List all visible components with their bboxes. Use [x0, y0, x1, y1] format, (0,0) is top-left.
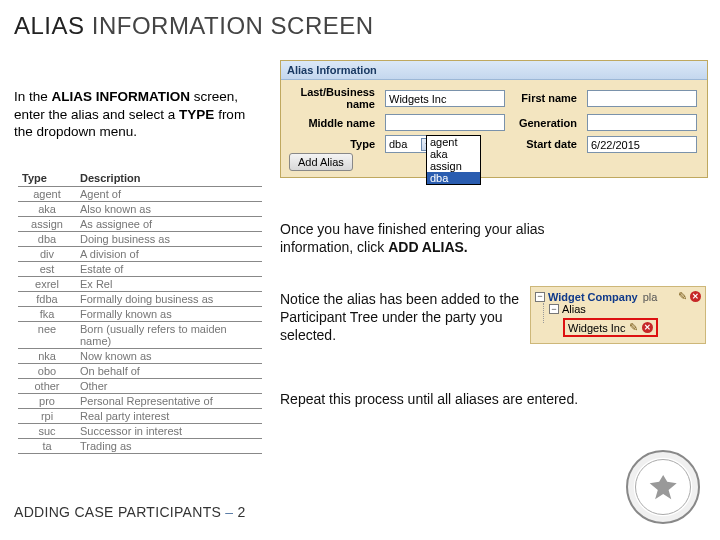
table-row: exrelEx Rel	[18, 277, 262, 292]
table-row: otherOther	[18, 379, 262, 394]
paragraph-add-alias: Once you have finished entering your ali…	[280, 220, 590, 256]
court-seal-icon	[626, 450, 700, 524]
table-row: dbaDoing business as	[18, 232, 262, 247]
tree-leaf[interactable]: Widgets Inc ✎ ✕	[535, 318, 701, 337]
title-thin: INFORMATION SCREEN	[92, 12, 374, 39]
th-desc: Description	[76, 170, 262, 186]
cell-desc: Formally known as	[76, 307, 262, 321]
cell-desc: Agent of	[76, 187, 262, 201]
dropdown-opt-1[interactable]: aka	[427, 148, 480, 160]
tree-alias-group[interactable]: − Alias	[535, 303, 701, 315]
input-start[interactable]: 6/22/2015	[587, 136, 697, 153]
label-start: Start date	[511, 138, 581, 150]
alias-info-panel: Alias Information Last/Business name Wid…	[280, 60, 708, 178]
cell-type: fdba	[18, 292, 76, 306]
cell-desc: Also known as	[76, 202, 262, 216]
label-last: Last/Business name	[289, 86, 379, 110]
intro-bold-2: TYPE	[179, 107, 214, 122]
table-row: neeBorn (usually refers to maiden name)	[18, 322, 262, 349]
input-last[interactable]: Widgets Inc	[385, 90, 505, 107]
cell-type: est	[18, 262, 76, 276]
cell-desc: Estate of	[76, 262, 262, 276]
edit-icon[interactable]: ✎	[629, 321, 638, 334]
title-bold: ALIAS	[14, 12, 85, 39]
paragraph-repeat: Repeat this process until all aliases ar…	[280, 390, 680, 408]
table-row: sucSuccessor in interest	[18, 424, 262, 439]
cell-type: obo	[18, 364, 76, 378]
cell-type: fka	[18, 307, 76, 321]
table-row: taTrading as	[18, 439, 262, 454]
table-row: akaAlso known as	[18, 202, 262, 217]
cell-type: aka	[18, 202, 76, 216]
p1-bold: ADD ALIAS.	[388, 239, 468, 255]
tree-leaf-label: Widgets Inc	[568, 322, 625, 334]
panel-header: Alias Information	[281, 61, 707, 80]
type-reference-table: Type Description agentAgent ofakaAlso kn…	[18, 170, 262, 454]
table-row: fdbaFormally doing business as	[18, 292, 262, 307]
input-first[interactable]	[587, 90, 697, 107]
cell-type: div	[18, 247, 76, 261]
cell-type: dba	[18, 232, 76, 246]
dropdown-opt-0[interactable]: agent	[427, 136, 480, 148]
cell-desc: Ex Rel	[76, 277, 262, 291]
table-row: nkaNow known as	[18, 349, 262, 364]
cell-desc: Trading as	[76, 439, 262, 453]
delete-icon[interactable]: ✕	[690, 291, 701, 302]
table-row: assignAs assignee of	[18, 217, 262, 232]
input-middle[interactable]	[385, 114, 505, 131]
th-type: Type	[18, 170, 76, 186]
table-row: proPersonal Representative of	[18, 394, 262, 409]
footer: ADDING CASE PARTICIPANTS – 2	[14, 504, 246, 520]
intro-bold-1: ALIAS INFORMATION	[52, 89, 191, 104]
paragraph-tree: Notice the alias has been added to the P…	[280, 290, 520, 345]
tree-root-suffix: pla	[643, 291, 658, 303]
type-selected-value: dba	[389, 138, 407, 150]
cell-desc: Born (usually refers to maiden name)	[76, 322, 262, 348]
table-row: estEstate of	[18, 262, 262, 277]
tree-root[interactable]: − Widget Company pla ✎ ✕	[535, 290, 701, 303]
cell-desc: Other	[76, 379, 262, 393]
cell-type: exrel	[18, 277, 76, 291]
intro-paragraph: In the ALIAS INFORMATION screen, enter t…	[14, 88, 264, 141]
collapse-icon[interactable]: −	[535, 292, 545, 302]
eagle-icon	[647, 471, 679, 503]
cell-desc: As assignee of	[76, 217, 262, 231]
cell-type: rpi	[18, 409, 76, 423]
cell-desc: Successor in interest	[76, 424, 262, 438]
label-type: Type	[289, 138, 379, 150]
edit-icon[interactable]: ✎	[678, 290, 687, 303]
cell-type: agent	[18, 187, 76, 201]
dropdown-opt-3[interactable]: dba	[427, 172, 480, 184]
tree-alias-label: Alias	[562, 303, 586, 315]
cell-desc: Now known as	[76, 349, 262, 363]
dropdown-opt-2[interactable]: assign	[427, 160, 480, 172]
cell-type: other	[18, 379, 76, 393]
cell-desc: Doing business as	[76, 232, 262, 246]
label-generation: Generation	[511, 117, 581, 129]
table-row: oboOn behalf of	[18, 364, 262, 379]
table-row: fkaFormally known as	[18, 307, 262, 322]
tree-root-label: Widget Company	[548, 291, 638, 303]
collapse-icon[interactable]: −	[549, 304, 559, 314]
cell-type: nka	[18, 349, 76, 363]
cell-type: ta	[18, 439, 76, 453]
cell-type: nee	[18, 322, 76, 348]
cell-type: suc	[18, 424, 76, 438]
add-alias-button[interactable]: Add Alias	[289, 153, 353, 171]
table-header: Type Description	[18, 170, 262, 187]
intro-text: In the	[14, 89, 52, 104]
type-dropdown[interactable]: agent aka assign dba	[426, 135, 481, 185]
table-row: rpiReal party interest	[18, 409, 262, 424]
tree-leaf-highlight: Widgets Inc ✎ ✕	[563, 318, 658, 337]
input-generation[interactable]	[587, 114, 697, 131]
footer-page: 2	[233, 504, 245, 520]
participant-tree: − Widget Company pla ✎ ✕ − Alias Widgets…	[530, 286, 706, 344]
label-first: First name	[511, 92, 581, 104]
cell-desc: On behalf of	[76, 364, 262, 378]
cell-desc: A division of	[76, 247, 262, 261]
page-title: ALIAS INFORMATION SCREEN	[0, 0, 720, 40]
delete-icon[interactable]: ✕	[642, 322, 653, 333]
cell-desc: Real party interest	[76, 409, 262, 423]
label-middle: Middle name	[289, 117, 379, 129]
cell-type: assign	[18, 217, 76, 231]
